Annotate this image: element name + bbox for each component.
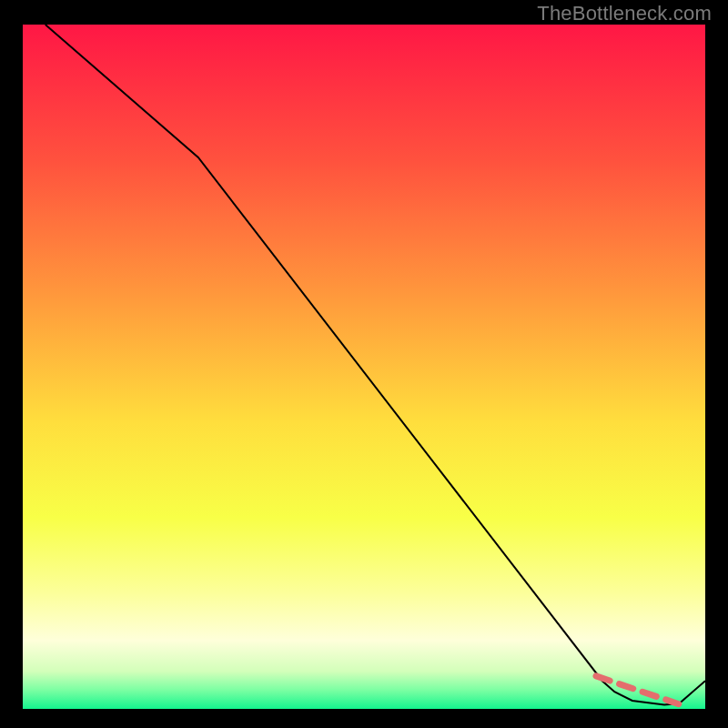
watermark-text: TheBottleneck.com: [537, 2, 712, 25]
chart-frame: { "watermark": "TheBottleneck.com", "cha…: [0, 0, 728, 728]
chart-svg: [0, 0, 728, 728]
plot-background: [23, 25, 705, 709]
